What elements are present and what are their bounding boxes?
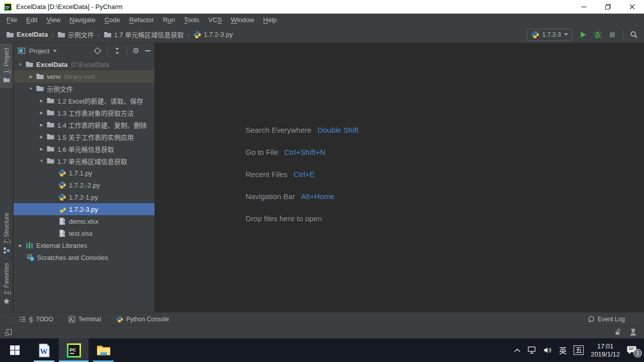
navigation-bar: ExcelData›示例文件›1.7 单元格区域信息获取›1.7.2-3.py … bbox=[0, 26, 644, 43]
tree-item[interactable]: ▶1.3 工作表对象的获取方法 bbox=[14, 107, 154, 119]
breadcrumb-item[interactable]: 1.7.2-3.py bbox=[193, 31, 233, 39]
taskbar-word-button[interactable]: W bbox=[29, 338, 59, 362]
lib-icon bbox=[25, 241, 34, 249]
toolwindow-tab-python-console[interactable]: Python Console bbox=[116, 316, 169, 323]
tree-item[interactable]: 1.7.2-3.py bbox=[14, 203, 154, 215]
tree-item[interactable]: ?test.xlsx bbox=[14, 227, 154, 239]
tray-expand-icon[interactable] bbox=[514, 348, 521, 352]
ime-language-indicator[interactable]: 英 bbox=[559, 345, 567, 355]
tree-item[interactable]: ▶1.2 Excel的新建、读取、保存 bbox=[14, 95, 154, 107]
taskbar-clock[interactable]: 17:01 2019/1/12 bbox=[591, 342, 620, 358]
start-button[interactable] bbox=[0, 338, 29, 362]
menu-item-tools[interactable]: Tools bbox=[180, 14, 204, 26]
windows-taskbar: W PC 英 五 17:01 2019/1/12 1 bbox=[0, 338, 644, 362]
toolwindow-tab-label: 6: TODO bbox=[29, 316, 53, 323]
tree-item[interactable]: ▶External Libraries bbox=[14, 239, 154, 251]
folder-icon bbox=[46, 157, 55, 165]
shortcut-hint: Search EverywhereDouble Shift bbox=[246, 126, 359, 138]
svg-text:PC: PC bbox=[69, 347, 76, 352]
chevron-down-icon[interactable] bbox=[53, 50, 57, 52]
expand-arrow-icon[interactable]: ▶ bbox=[37, 147, 46, 151]
expand-arrow-icon[interactable]: ▼ bbox=[37, 159, 46, 163]
tree-item[interactable]: ▶1.4 工作表的新建、复制、删除 bbox=[14, 119, 154, 131]
hide-panel-icon[interactable] bbox=[145, 50, 150, 51]
toolwindow-tab-todo[interactable]: 6: TODO bbox=[19, 316, 53, 323]
minimize-button[interactable] bbox=[572, 0, 596, 14]
tree-item[interactable]: ▼ExcelDataD:\ExcelData bbox=[14, 58, 154, 70]
shortcut-hint: Go to FileCtrl+Shift+N bbox=[246, 148, 359, 160]
debug-button[interactable] bbox=[594, 31, 602, 39]
volume-icon[interactable] bbox=[543, 346, 552, 354]
toolwindow-button-favorites[interactable]: 2: Favorites bbox=[0, 258, 13, 309]
menu-item-code[interactable]: Code bbox=[100, 14, 125, 26]
locate-file-icon[interactable] bbox=[94, 47, 102, 55]
toggle-toolwindows-icon[interactable] bbox=[5, 328, 13, 336]
taskbar-pycharm-button[interactable]: PC bbox=[59, 338, 89, 362]
tree-item[interactable]: 1.7.2.-2.py bbox=[14, 179, 154, 191]
event-log-tab[interactable]: Event Log bbox=[588, 316, 625, 323]
tree-item[interactable]: ▶1.5 关于工作表的实例应用 bbox=[14, 131, 154, 143]
expand-arrow-icon[interactable]: ▶ bbox=[37, 111, 46, 115]
breadcrumb-separator-icon: › bbox=[51, 31, 54, 39]
breadcrumb-item[interactable]: ExcelData bbox=[6, 31, 48, 39]
tree-item[interactable]: ▼示例文件 bbox=[14, 82, 154, 95]
unlock-icon[interactable] bbox=[614, 328, 622, 336]
hector-inspector-icon[interactable] bbox=[629, 328, 637, 336]
expand-arrow-icon[interactable]: ▼ bbox=[26, 86, 36, 91]
stop-button[interactable] bbox=[608, 31, 616, 39]
toolwindow-tab-terminal[interactable]: Terminal bbox=[68, 316, 101, 323]
expand-arrow-icon[interactable]: ▶ bbox=[37, 99, 46, 103]
project-panel-title[interactable]: Project bbox=[29, 47, 49, 55]
empty-editor-shortcuts: Search EverywhereDouble ShiftGo to FileC… bbox=[246, 126, 359, 226]
expand-arrow-icon[interactable]: ▶ bbox=[26, 74, 36, 79]
tree-item[interactable]: ▶venvlibrary root bbox=[14, 70, 154, 82]
toolwindow-button-label: 7: Structure bbox=[3, 213, 10, 244]
expand-arrow-icon[interactable]: ▶ bbox=[37, 123, 46, 127]
taskbar-explorer-button[interactable] bbox=[89, 338, 118, 362]
toolwindow-button-structure[interactable]: 7: Structure bbox=[0, 208, 13, 258]
run-configuration-select[interactable]: 1.7.2-3 bbox=[527, 29, 573, 41]
event-log-icon bbox=[588, 316, 595, 323]
tree-item[interactable]: ▶1.6 单元格信息获取 bbox=[14, 143, 154, 155]
menu-item-view[interactable]: View bbox=[42, 14, 65, 26]
svg-text:PC: PC bbox=[6, 5, 10, 8]
tree-item[interactable]: 1.7.2-1.py bbox=[14, 191, 154, 203]
menu-item-refactor[interactable]: Refactor bbox=[125, 14, 158, 26]
search-everywhere-icon[interactable] bbox=[630, 31, 638, 39]
folder-icon bbox=[46, 145, 55, 153]
run-button[interactable] bbox=[579, 31, 587, 39]
tool-window-strip: 1: Project7: Structure2: Favorites bbox=[0, 43, 13, 312]
system-tray: 英 五 17:01 2019/1/12 1 bbox=[514, 338, 644, 362]
tree-item[interactable]: ▼1.7 单元格区域信息获取 bbox=[14, 155, 154, 167]
settings-gear-icon[interactable]: ⚙ bbox=[133, 47, 139, 55]
menu-item-help[interactable]: Help bbox=[259, 14, 281, 26]
menu-item-vcs[interactable]: VCS bbox=[204, 14, 226, 26]
menu-item-run[interactable]: Run bbox=[158, 14, 180, 26]
action-center-button[interactable]: 1 bbox=[627, 345, 638, 355]
menu-item-window[interactable]: Window bbox=[226, 14, 259, 26]
toolwindow-button-project[interactable]: 1: Project bbox=[0, 43, 13, 88]
tree-item[interactable]: 1.7.1.py bbox=[14, 167, 154, 179]
folder-icon bbox=[36, 72, 44, 80]
network-icon[interactable] bbox=[528, 346, 536, 354]
expand-arrow-icon[interactable]: ▼ bbox=[16, 62, 25, 67]
tree-item[interactable]: ?demo.xlsx bbox=[14, 215, 154, 227]
close-button[interactable] bbox=[620, 0, 644, 14]
excel-icon: ? bbox=[58, 217, 66, 225]
terminal-icon bbox=[68, 316, 75, 323]
tree-item[interactable]: Scratches and Consoles bbox=[14, 251, 154, 263]
svg-text:W: W bbox=[40, 347, 47, 355]
expand-arrow-icon[interactable]: ▶ bbox=[37, 135, 46, 139]
breadcrumb-item[interactable]: 示例文件 bbox=[57, 30, 94, 39]
expand-arrow-icon[interactable]: ▶ bbox=[16, 243, 25, 248]
restore-button[interactable] bbox=[596, 0, 620, 14]
folder-icon bbox=[25, 60, 34, 68]
menu-item-file[interactable]: File bbox=[2, 14, 22, 26]
breadcrumb-item[interactable]: 1.7 单元格区域信息获取 bbox=[104, 30, 184, 39]
file-explorer-icon bbox=[97, 344, 111, 356]
collapse-all-icon[interactable] bbox=[113, 47, 121, 55]
ime-mode-indicator[interactable]: 五 bbox=[574, 345, 584, 355]
project-tool-window: Project ⚙ ▼ExcelDataD:\ExcelData▶venvlib… bbox=[14, 43, 155, 312]
menu-item-navigate[interactable]: Navigate bbox=[65, 14, 100, 26]
menu-item-edit[interactable]: Edit bbox=[22, 14, 42, 26]
